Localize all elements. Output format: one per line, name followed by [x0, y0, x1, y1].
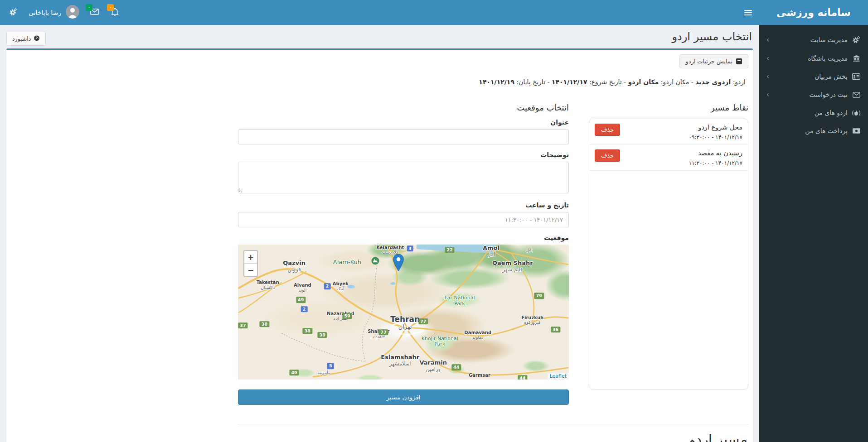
sidebar-item-label: بخش مربیان [815, 73, 848, 80]
messages-button[interactable]: ۰ [84, 0, 105, 25]
sidebar-item-label: پرداخت های من [805, 127, 848, 135]
sidebar-item-label: اردو های من [815, 109, 848, 116]
delete-route-point-button[interactable]: حذف [595, 124, 620, 136]
dashboard-gauge-icon [34, 35, 40, 43]
divider [238, 424, 748, 424]
sidebar-item-site-management[interactable]: مدیریت سایت › [759, 30, 868, 49]
route-points-heading: نقاط مسیر [589, 103, 748, 112]
location-map[interactable]: + − Leaflet KelardashtکلاردشتAmolآملبابل… [238, 245, 569, 380]
chevron-icon: › [766, 73, 769, 80]
breadcrumb-dashboard-button[interactable]: داشبورد [6, 32, 46, 46]
description-label: توضیحات [238, 151, 569, 159]
title-label: عنوان [238, 119, 569, 126]
route-point-item: محل شروع اردو ۱۴۰۱/۱۲/۱۷ - ۰۹:۳۰:۰۰ حذف [589, 119, 748, 145]
topbar-cluster: رضا باباخانی ۰ ۰ [0, 0, 125, 25]
sidebar-item-my-camps[interactable]: () اردو های من [759, 104, 868, 122]
datetime-input[interactable] [238, 212, 569, 227]
chevron-icon: › [766, 55, 769, 62]
route-point-datetime: ۱۴۰۱/۱۲/۱۷ - ۱۱:۳۰:۰۰ [689, 160, 742, 166]
avatar [66, 5, 79, 20]
notifications-badge: ۰ [107, 4, 114, 11]
chevron-icon: › [766, 91, 769, 98]
content-header: انتخاب مسیر اردو داشبورد [0, 25, 759, 48]
gears-icon [852, 36, 861, 44]
envelope-icon [852, 92, 861, 98]
money-bill-icon [852, 128, 861, 134]
details-button-label: نمایش جزئیات اردو [686, 58, 732, 65]
user-name[interactable]: رضا باباخانی [24, 9, 65, 16]
camp-start-date: ۱۴۰۱/۱۲/۱۷ [552, 78, 587, 86]
sidebar-item-label: مدیریت سایت [810, 36, 848, 43]
settings-button[interactable] [3, 0, 24, 25]
sidebar-item-label: ثبت درخواست [809, 91, 848, 98]
page-title: انتخاب مسیر اردو [672, 30, 752, 43]
route-section: نقاط مسیر محل شروع اردو ۱۴۰۱/۱۲/۱۷ - ۰۹:… [238, 103, 748, 442]
sidebar-toggle-button[interactable] [737, 9, 759, 17]
sidebar-menu: مدیریت سایت › مدیریت باشگاه › بخش مربیان… [759, 25, 868, 140]
leaflet-attribution-link[interactable]: Leaflet [548, 373, 569, 380]
title-input[interactable] [238, 129, 569, 144]
map-marker-pin[interactable] [393, 254, 404, 273]
messages-badge: ۰ [86, 4, 92, 11]
route-points-panel: محل شروع اردو ۱۴۰۱/۱۲/۱۷ - ۰۹:۳۰:۰۰ حذف … [589, 119, 748, 389]
campfire-icon: () [852, 110, 861, 116]
show-camp-details-button[interactable]: نمایش جزئیات اردو [679, 54, 748, 68]
sidebar-item-submit-request[interactable]: ثبت درخواست › [759, 86, 868, 104]
notifications-button[interactable]: ۰ [105, 0, 125, 25]
location-label: موقعیت [238, 234, 569, 241]
brand-title: سامانه ورزشی [759, 0, 868, 25]
topbar: رضا باباخانی ۰ ۰ [0, 0, 759, 25]
route-point-item: رسیدن به مقصد ۱۴۰۱/۱۲/۱۷ - ۱۱:۳۰:۰۰ حذف [589, 145, 748, 171]
route-point-title: محل شروع اردو [689, 124, 742, 131]
add-route-button[interactable]: افزودن مسیر [238, 389, 569, 405]
description-textarea[interactable] [238, 162, 569, 193]
route-point-datetime: ۱۴۰۱/۱۲/۱۷ - ۰۹:۳۰:۰۰ [689, 134, 742, 140]
camp-name: اردوی جدید [695, 78, 731, 86]
content-box: نمایش جزئیات اردو اردو: اردوی جدید - مکا… [6, 48, 753, 442]
mountain-icon [371, 257, 379, 264]
sidebar-item-club-management[interactable]: مدیریت باشگاه › [759, 49, 868, 67]
zoom-in-button[interactable]: + [244, 251, 257, 264]
chevron-icon: › [766, 37, 769, 43]
sidebar-item-label: مدیریت باشگاه [808, 55, 848, 62]
camp-place: مکان اردو [628, 78, 659, 86]
sidebar: سامانه ورزشی مدیریت سایت › مدیریت باشگاه… [759, 0, 868, 442]
camp-route-section-heading: مسیر اردو [238, 432, 748, 442]
location-form-heading: انتخاب موقعیت [238, 103, 569, 112]
details-icon [736, 58, 742, 64]
map-zoom-control: + − [243, 250, 258, 277]
gears-icon [9, 8, 18, 18]
sidebar-item-my-payments[interactable]: پرداخت های من [759, 122, 868, 140]
sidebar-item-coaches-section[interactable]: بخش مربیان › [759, 67, 868, 86]
zoom-out-button[interactable]: − [244, 264, 257, 276]
id-card-icon [852, 73, 861, 80]
location-form-column: انتخاب موقعیت عنوان توضیحات تاریخ و ساعت [238, 103, 569, 405]
datetime-label: تاریخ و ساعت [238, 202, 569, 209]
route-point-title: رسیدن به مقصد [689, 149, 742, 157]
breadcrumb-label: داشبورد [12, 35, 31, 42]
camp-info-line: اردو: اردوی جدید - مکان اردو: مکان اردو … [11, 78, 746, 86]
user-menu[interactable] [65, 0, 84, 25]
bank-icon [852, 55, 861, 62]
route-points-column: نقاط مسیر محل شروع اردو ۱۴۰۱/۱۲/۱۷ - ۰۹:… [589, 103, 748, 405]
delete-route-point-button[interactable]: حذف [595, 149, 620, 162]
main-content: انتخاب مسیر اردو داشبورد نمایش جزئیات ار… [0, 0, 759, 442]
camp-end-date: ۱۴۰۱/۱۲/۱۹ [479, 78, 514, 86]
